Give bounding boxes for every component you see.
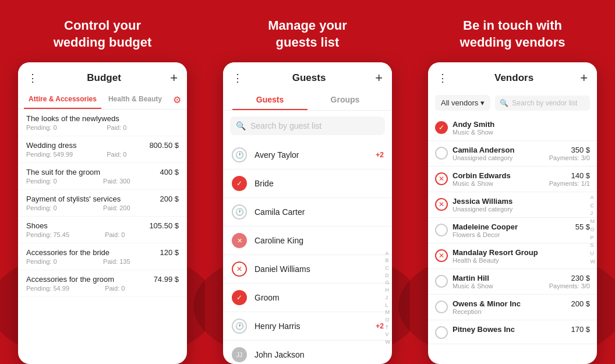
guests-add-icon[interactable]: + [375,70,383,86]
budget-item-details: Pending: 54.99 Paid: 0 [26,285,179,292]
vendor-item[interactable]: Martin Hill Music & Show 230 $ Payments:… [428,269,597,295]
alpha-letter[interactable]: W [386,339,391,346]
vendor-name: Pitney Bowes Inc [453,325,566,334]
vendors-menu-icon[interactable]: ⋮ [437,72,448,84]
alpha-letter[interactable]: U [591,250,596,257]
alpha-letter[interactable]: D [386,273,391,280]
alpha-letter[interactable]: O [386,317,391,324]
vendor-alphabet-sidebar: A C J M O P S U W [591,115,596,344]
guest-icon: 🕐 [231,204,248,220]
alphabet-sidebar: A B C D G H J L M O T V W [386,250,391,346]
alpha-letter[interactable]: C [386,265,391,272]
list-item[interactable]: JJ John Jackson [223,341,392,364]
list-item[interactable]: 🕐 Camila Carter [223,198,392,227]
alpha-letter[interactable]: J [386,295,391,302]
list-item[interactable]: ✓ Bride [223,169,392,198]
list-item[interactable]: ✕ Caroline King [223,227,392,255]
avatar-cross-icon: ✕ [232,233,247,248]
budget-item-details: Pending: 0 Paid: 135 [26,258,179,265]
vendor-info: Pitney Bowes Inc [453,325,566,334]
guest-badge: +2 [376,322,384,330]
budget-tab-health[interactable]: Health & Beauty [104,90,167,109]
vendors-title: Be in touch withwedding vendors [460,17,565,51]
vendors-filter-row: All vendors ▾ 🔍 Search by vendor list [428,90,597,115]
vendor-name: Mandalay Resort Group [453,248,585,257]
vendor-amount: 170 $ [571,325,590,334]
alpha-letter[interactable]: T [386,324,391,331]
alpha-letter[interactable]: G [386,280,391,287]
clock-icon: 🕐 [232,147,247,162]
budget-item-name: Accessories for the groom [26,275,114,284]
vendor-info: Mandalay Resort Group Health & Beauty [453,248,585,264]
vendors-section: Be in touch withwedding vendors ⋮ Vendor… [410,0,615,364]
vendor-category: Unassigned category [453,206,585,213]
guests-menu-icon[interactable]: ⋮ [232,72,243,84]
budget-add-icon[interactable]: + [170,70,178,86]
vendor-info: Jessica Williams Unassigned category [453,197,585,213]
budget-menu-icon[interactable]: ⋮ [27,72,38,84]
vendor-item[interactable]: ✕ Jessica Williams Unassigned category [428,192,597,218]
list-item[interactable]: 🕐 Henry Harris +2 [223,312,392,341]
budget-item-amount: 200 $ [160,195,179,203]
vendor-search-bar[interactable]: 🔍 Search by vendor list [495,96,590,111]
budget-filter-icon[interactable]: ⚙ [173,94,181,105]
vendor-filter-button[interactable]: All vendors ▾ [435,95,490,111]
search-icon: 🔍 [236,121,246,130]
budget-item-name: Shoes [26,221,48,230]
guests-header: ⋮ Guests + [223,62,392,90]
alpha-letter[interactable]: C [591,203,596,210]
vendor-item[interactable]: Madeleine Cooper Flowers & Decor 55 $ [428,218,597,243]
alpha-letter[interactable]: J [591,210,596,217]
alpha-letter[interactable]: B [386,257,391,264]
budget-title: Control yourwedding budget [54,17,152,51]
vendor-payments: Payments: 3/0 [549,282,590,289]
guests-tab-guests[interactable]: Guests [232,90,308,110]
list-item[interactable]: 🕐 Avery Taylor +2 [223,141,392,169]
list-item[interactable]: ✕ Daniel Williams [223,255,392,284]
budget-tabs: Attire & Accessories Health & Beauty ⚙ [18,90,187,109]
vendor-name: Corbin Edwards [453,171,545,180]
alpha-letter[interactable]: V [386,331,391,338]
budget-section: Control yourwedding budget ⋮ Budget + At… [0,0,205,364]
alpha-letter[interactable]: O [591,227,596,234]
empty-circle-icon [435,224,448,236]
alpha-letter[interactable]: A [591,195,596,202]
vendor-filter-label: All vendors [441,98,478,107]
alpha-letter[interactable]: W [591,259,596,266]
guest-icon: ✓ [231,175,248,192]
vendor-item[interactable]: Pitney Bowes Inc 170 $ [428,320,597,344]
clock-icon: 🕐 [232,319,247,334]
vendor-item[interactable]: Owens & Minor Inc Reception 200 $ [428,295,597,320]
vendor-name: Jessica Williams [453,197,585,206]
empty-circle-icon [435,147,448,160]
vendors-add-icon[interactable]: + [580,70,588,86]
vendors-phone: ⋮ Vendors + All vendors ▾ 🔍 Search by ve… [428,62,597,364]
guest-name: Caroline King [255,236,384,245]
guests-search-bar[interactable]: 🔍 Search by guest list [230,116,385,135]
alpha-letter[interactable]: M [591,218,596,225]
vendor-item[interactable]: Camila Anderson Unassigned category 350 … [428,141,597,167]
list-item[interactable]: ✓ Groom [223,284,392,312]
guests-search-placeholder: Search by guest list [250,121,321,130]
guests-section: Manage yourguests list ⋮ Guests + Guests… [205,0,410,364]
alpha-letter[interactable]: P [591,235,596,242]
alpha-letter[interactable]: M [386,309,391,316]
vendor-item[interactable]: ✕ Mandalay Resort Group Health & Beauty [428,243,597,269]
budget-item-details: Pending: 75.45 Paid: 0 [26,231,179,238]
alpha-letter[interactable]: L [386,302,391,309]
vendor-category: Unassigned category [453,154,545,161]
alpha-letter[interactable]: A [386,250,391,257]
guests-tab-groups[interactable]: Groups [308,90,383,110]
budget-tab-attire[interactable]: Attire & Accessories [24,90,101,109]
check-icon: ✓ [435,121,448,134]
guests-header-title: Guests [292,72,326,84]
vendor-item[interactable]: ✓ Andy Smith Music & Show [428,115,597,141]
vendor-name: Andy Smith [453,120,585,129]
vendor-amount: 350 $ [549,146,590,154]
vendor-item[interactable]: ✕ Corbin Edwards Music & Show 140 $ Paym… [428,167,597,192]
budget-item-name: The looks of the newlyweds [26,114,119,123]
alpha-letter[interactable]: H [386,287,391,294]
budget-list: The looks of the newlyweds Pending: 0 Pa… [18,109,187,297]
vendor-name: Martin Hill [453,274,545,282]
alpha-letter[interactable]: S [591,242,596,249]
